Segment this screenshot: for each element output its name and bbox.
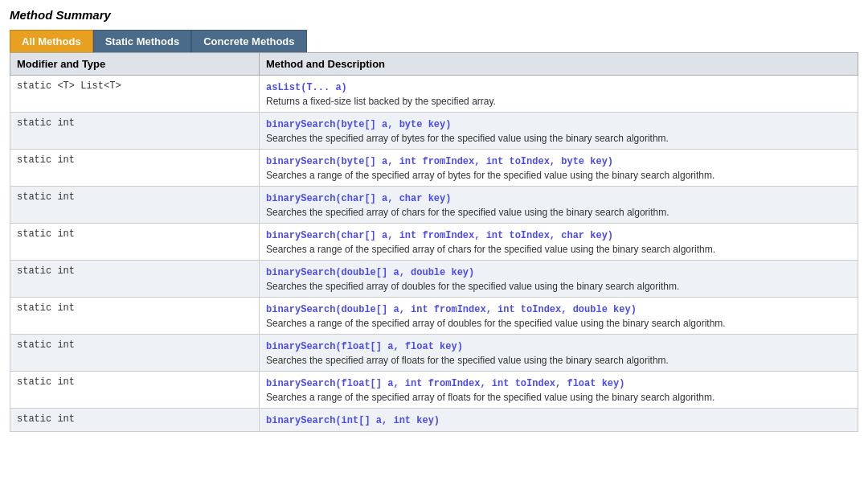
table-row: static intbinarySearch(float[] a, float … <box>10 335 858 372</box>
col-modifier: Modifier and Type <box>10 53 260 76</box>
modifier-cell: static int <box>10 335 260 372</box>
table-row: static intbinarySearch(char[] a, int fro… <box>10 224 858 261</box>
method-cell: binarySearch(byte[] a, byte key)Searches… <box>260 113 858 150</box>
page-container: Method Summary All Methods Static Method… <box>0 0 868 432</box>
method-description: Searches a range of the specified array … <box>266 244 851 255</box>
method-link[interactable]: binarySearch(char[] a, int fromIndex, in… <box>266 230 613 241</box>
table-row: static intbinarySearch(double[] a, int f… <box>10 298 858 335</box>
modifier-cell: static int <box>10 150 260 187</box>
method-description: Searches the specified array of chars fo… <box>266 207 851 218</box>
method-table: Modifier and Type Method and Description… <box>10 52 858 432</box>
page-title: Method Summary <box>10 8 858 22</box>
method-cell: binarySearch(double[] a, double key)Sear… <box>260 261 858 298</box>
method-link[interactable]: binarySearch(float[] a, int fromIndex, i… <box>266 378 624 389</box>
tab-concrete-methods[interactable]: Concrete Methods <box>191 30 306 52</box>
table-row: static intbinarySearch(byte[] a, byte ke… <box>10 113 858 150</box>
method-description: Searches a range of the specified array … <box>266 392 851 403</box>
method-cell: binarySearch(double[] a, int fromIndex, … <box>260 298 858 335</box>
method-cell: binarySearch(float[] a, float key)Search… <box>260 335 858 372</box>
table-row: static intbinarySearch(byte[] a, int fro… <box>10 150 858 187</box>
method-cell: asList(T... a)Returns a fixed-size list … <box>260 76 858 113</box>
method-cell: binarySearch(int[] a, int key) <box>260 409 858 432</box>
method-description: Searches the specified array of bytes fo… <box>266 133 851 144</box>
table-row: static intbinarySearch(int[] a, int key) <box>10 409 858 432</box>
method-link[interactable]: binarySearch(byte[] a, int fromIndex, in… <box>266 156 613 167</box>
method-description: Searches a range of the specified array … <box>266 170 851 181</box>
table-row: static intbinarySearch(char[] a, char ke… <box>10 187 858 224</box>
tab-all-methods[interactable]: All Methods <box>10 30 93 52</box>
method-cell: binarySearch(char[] a, int fromIndex, in… <box>260 224 858 261</box>
modifier-cell: static int <box>10 187 260 224</box>
method-cell: binarySearch(char[] a, char key)Searches… <box>260 187 858 224</box>
method-description: Returns a fixed-size list backed by the … <box>266 96 851 107</box>
modifier-cell: static int <box>10 261 260 298</box>
method-cell: binarySearch(float[] a, int fromIndex, i… <box>260 372 858 409</box>
col-method: Method and Description <box>260 53 858 76</box>
method-link[interactable]: binarySearch(double[] a, double key) <box>266 267 474 278</box>
method-description: Searches the specified array of floats f… <box>266 355 851 366</box>
method-description: Searches the specified array of doubles … <box>266 281 851 292</box>
tab-static-methods[interactable]: Static Methods <box>93 30 191 52</box>
tab-bar: All Methods Static Methods Concrete Meth… <box>10 30 858 52</box>
method-link[interactable]: binarySearch(int[] a, int key) <box>266 415 440 426</box>
modifier-cell: static int <box>10 409 260 432</box>
method-cell: binarySearch(byte[] a, int fromIndex, in… <box>260 150 858 187</box>
modifier-cell: static int <box>10 224 260 261</box>
method-link[interactable]: binarySearch(double[] a, int fromIndex, … <box>266 304 637 315</box>
method-link[interactable]: binarySearch(char[] a, char key) <box>266 193 451 204</box>
method-link[interactable]: binarySearch(byte[] a, byte key) <box>266 119 451 130</box>
method-description: Searches a range of the specified array … <box>266 318 851 329</box>
modifier-cell: static int <box>10 372 260 409</box>
modifier-cell: static int <box>10 298 260 335</box>
method-link[interactable]: asList(T... a) <box>266 82 347 93</box>
table-row: static intbinarySearch(double[] a, doubl… <box>10 261 858 298</box>
method-link[interactable]: binarySearch(float[] a, float key) <box>266 341 463 352</box>
modifier-cell: static int <box>10 113 260 150</box>
modifier-cell: static <T> List<T> <box>10 76 260 113</box>
table-row: static intbinarySearch(float[] a, int fr… <box>10 372 858 409</box>
table-row: static <T> List<T>asList(T... a)Returns … <box>10 76 858 113</box>
